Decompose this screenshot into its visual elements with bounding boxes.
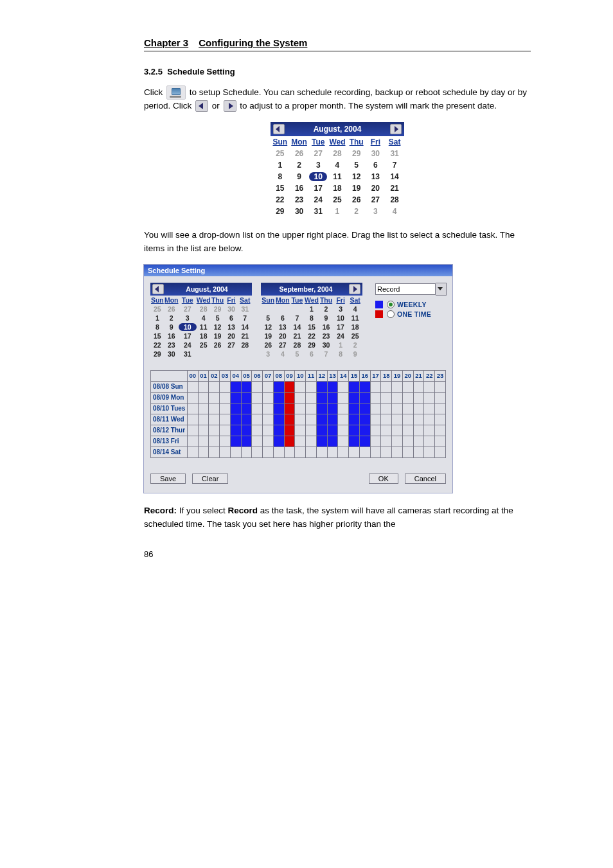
schedule-cell[interactable]	[435, 436, 446, 447]
schedule-cell[interactable]	[263, 414, 274, 425]
schedule-cell[interactable]	[424, 414, 435, 425]
schedule-cell[interactable]	[284, 381, 295, 392]
task-dropdown-field[interactable]	[375, 283, 436, 295]
schedule-cell[interactable]	[209, 381, 220, 392]
schedule-cell[interactable]	[435, 414, 446, 425]
schedule-cell[interactable]	[338, 403, 349, 414]
schedule-cell[interactable]	[424, 447, 435, 457]
schedule-cell[interactable]	[284, 403, 295, 414]
schedule-cell[interactable]	[187, 436, 198, 447]
schedule-cell[interactable]	[316, 447, 327, 457]
schedule-cell[interactable]	[198, 447, 209, 457]
schedule-cell[interactable]	[349, 425, 360, 436]
schedule-cell[interactable]	[295, 392, 306, 403]
schedule-cell[interactable]	[359, 414, 370, 425]
schedule-cell[interactable]	[263, 403, 274, 414]
schedule-cell[interactable]	[230, 403, 241, 414]
schedule-cell[interactable]	[220, 425, 231, 436]
schedule-cell[interactable]	[338, 414, 349, 425]
schedule-cell[interactable]	[349, 447, 360, 457]
cal-prev-button[interactable]	[273, 124, 285, 134]
schedule-cell[interactable]	[349, 381, 360, 392]
schedule-cell[interactable]	[273, 436, 284, 447]
schedule-cell[interactable]	[230, 425, 241, 436]
schedule-cell[interactable]	[381, 447, 392, 457]
schedule-cell[interactable]	[435, 425, 446, 436]
dialog-cal-left-prev[interactable]	[152, 284, 164, 294]
schedule-cell[interactable]	[187, 392, 198, 403]
schedule-cell[interactable]	[435, 392, 446, 403]
schedule-cell[interactable]	[424, 403, 435, 414]
schedule-cell[interactable]	[424, 381, 435, 392]
schedule-cell[interactable]	[327, 425, 338, 436]
schedule-cell[interactable]	[295, 403, 306, 414]
schedule-cell[interactable]	[402, 436, 413, 447]
schedule-cell[interactable]	[316, 425, 327, 436]
schedule-cell[interactable]	[381, 403, 392, 414]
clear-button[interactable]: Clear	[192, 474, 228, 484]
schedule-cell[interactable]	[198, 392, 209, 403]
schedule-cell[interactable]	[209, 392, 220, 403]
schedule-cell[interactable]	[306, 392, 317, 403]
schedule-cell[interactable]	[413, 403, 424, 414]
schedule-cell[interactable]	[424, 425, 435, 436]
schedule-cell[interactable]	[198, 381, 209, 392]
schedule-cell[interactable]	[316, 436, 327, 447]
schedule-cell[interactable]	[381, 392, 392, 403]
schedule-cell[interactable]	[381, 436, 392, 447]
calendar-grid[interactable]: SunMonTueWedThuFriSat2526272829303112345…	[271, 136, 404, 217]
schedule-cell[interactable]	[241, 447, 252, 457]
schedule-cell[interactable]	[359, 403, 370, 414]
schedule-cell[interactable]	[252, 403, 263, 414]
schedule-cell[interactable]	[316, 403, 327, 414]
schedule-cell[interactable]	[392, 392, 403, 403]
schedule-cell[interactable]	[370, 414, 381, 425]
schedule-cell[interactable]	[381, 425, 392, 436]
schedule-cell[interactable]	[381, 381, 392, 392]
schedule-cell[interactable]	[316, 392, 327, 403]
schedule-cell[interactable]	[349, 392, 360, 403]
schedule-cell[interactable]	[413, 436, 424, 447]
onetime-radio[interactable]	[387, 310, 395, 318]
schedule-cell[interactable]	[209, 403, 220, 414]
dialog-cal-right[interactable]: September, 2004 SunMonTueWedThuFriSat123…	[261, 283, 362, 359]
schedule-cell[interactable]	[230, 447, 241, 457]
schedule-cell[interactable]	[198, 403, 209, 414]
weekly-option[interactable]: WEEKLY	[375, 301, 447, 308]
schedule-cell[interactable]	[359, 392, 370, 403]
schedule-cell[interactable]	[316, 381, 327, 392]
schedule-cell[interactable]	[359, 436, 370, 447]
schedule-cell[interactable]	[338, 447, 349, 457]
schedule-cell[interactable]	[273, 425, 284, 436]
schedule-cell[interactable]	[370, 436, 381, 447]
schedule-cell[interactable]	[359, 381, 370, 392]
schedule-cell[interactable]	[263, 381, 274, 392]
schedule-cell[interactable]	[402, 403, 413, 414]
schedule-cell[interactable]	[209, 425, 220, 436]
schedule-cell[interactable]	[273, 403, 284, 414]
schedule-cell[interactable]	[306, 381, 317, 392]
schedule-cell[interactable]	[187, 414, 198, 425]
schedule-cell[interactable]	[413, 381, 424, 392]
schedule-cell[interactable]	[241, 381, 252, 392]
schedule-cell[interactable]	[327, 392, 338, 403]
schedule-cell[interactable]	[349, 436, 360, 447]
schedule-hour-grid[interactable]: 0001020304050607080910111213141516171819…	[150, 370, 446, 458]
schedule-cell[interactable]	[370, 392, 381, 403]
schedule-cell[interactable]	[435, 447, 446, 457]
schedule-cell[interactable]	[392, 436, 403, 447]
schedule-cell[interactable]	[327, 447, 338, 457]
schedule-cell[interactable]	[316, 414, 327, 425]
schedule-cell[interactable]	[392, 403, 403, 414]
schedule-cell[interactable]	[252, 447, 263, 457]
schedule-cell[interactable]	[230, 381, 241, 392]
schedule-cell[interactable]	[435, 403, 446, 414]
schedule-cell[interactable]	[220, 436, 231, 447]
dialog-cal-left[interactable]: August, 2004 SunMonTueWedThuFriSat252627…	[150, 283, 252, 359]
schedule-cell[interactable]	[284, 436, 295, 447]
schedule-cell[interactable]	[349, 403, 360, 414]
schedule-cell[interactable]	[273, 447, 284, 457]
schedule-cell[interactable]	[402, 425, 413, 436]
schedule-cell[interactable]	[338, 392, 349, 403]
schedule-cell[interactable]	[424, 392, 435, 403]
